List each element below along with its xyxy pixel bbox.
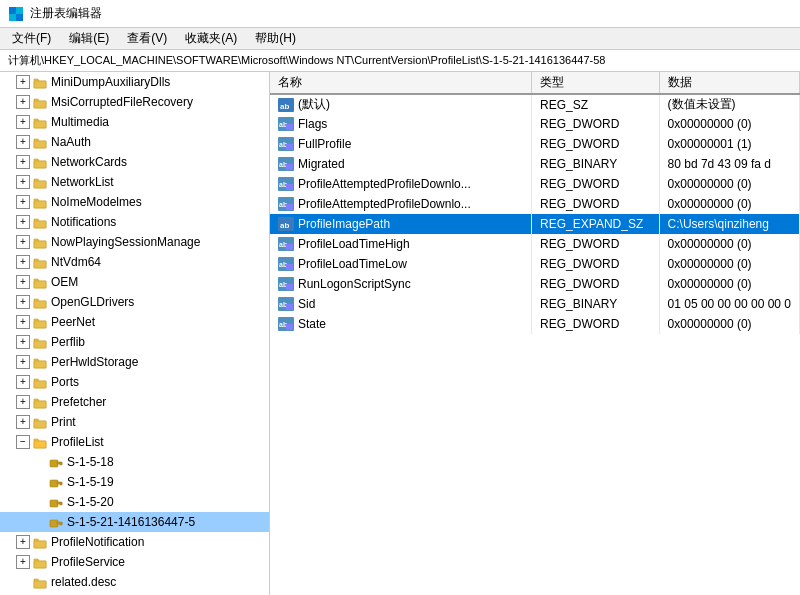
expand-btn[interactable]: + xyxy=(16,135,30,149)
registry-tree[interactable]: + MiniDumpAuxiliaryDlls+ MsiCorruptedFil… xyxy=(0,72,270,595)
tree-item-networkcards[interactable]: + NetworkCards xyxy=(0,152,269,172)
tree-item-label: S-1-5-18 xyxy=(67,455,114,469)
table-row[interactable]: ab ProfileLoadTimeLowREG_DWORD0x00000000… xyxy=(270,254,800,274)
svg-text:ab: ab xyxy=(279,181,287,188)
folder-icon xyxy=(32,295,48,309)
menu-help[interactable]: 帮助(H) xyxy=(247,28,304,49)
svg-rect-35 xyxy=(34,541,46,548)
svg-rect-36 xyxy=(34,561,46,568)
expand-btn[interactable]: + xyxy=(16,215,30,229)
tree-item-s152114[interactable]: S-1-5-21-1416136447-5 xyxy=(0,512,269,532)
expand-btn[interactable]: + xyxy=(16,295,30,309)
value-type: REG_BINARY xyxy=(532,154,659,174)
tree-item-label: Ports xyxy=(51,375,79,389)
menu-favorites[interactable]: 收藏夹(A) xyxy=(177,28,245,49)
tree-item-networklist[interactable]: + NetworkList xyxy=(0,172,269,192)
tree-item-s1520[interactable]: S-1-5-20 xyxy=(0,492,269,512)
tree-item-s1518[interactable]: S-1-5-18 xyxy=(0,452,269,472)
svg-rect-31 xyxy=(60,503,62,505)
svg-rect-11 xyxy=(34,221,46,228)
svg-text:ab: ab xyxy=(279,241,287,248)
menu-edit[interactable]: 编辑(E) xyxy=(61,28,117,49)
expand-btn[interactable]: + xyxy=(16,255,30,269)
expand-btn[interactable]: + xyxy=(16,535,30,549)
tree-item-nowplaying[interactable]: + NowPlayingSessionManage xyxy=(0,232,269,252)
expand-btn[interactable]: + xyxy=(16,115,30,129)
expand-btn[interactable]: + xyxy=(16,155,30,169)
expand-btn[interactable]: + xyxy=(16,415,30,429)
svg-text:ab: ab xyxy=(279,281,287,288)
expand-btn[interactable]: + xyxy=(16,75,30,89)
tree-item-label: NetworkList xyxy=(51,175,114,189)
tree-item-ntvdm64[interactable]: + NtVdm64 xyxy=(0,252,269,272)
tree-item-oem[interactable]: + OEM xyxy=(0,272,269,292)
tree-item-notifications[interactable]: + Notifications xyxy=(0,212,269,232)
folder-icon xyxy=(32,555,48,569)
tree-item-noimemodelmes[interactable]: + NoImeModelmes xyxy=(0,192,269,212)
tree-item-s1519[interactable]: S-1-5-19 xyxy=(0,472,269,492)
expand-btn[interactable]: + xyxy=(16,195,30,209)
expand-btn[interactable]: + xyxy=(16,315,30,329)
value-name-cell: ab ProfileLoadTimeLow xyxy=(270,254,532,274)
expand-btn[interactable]: + xyxy=(16,395,30,409)
tree-item-msicorrupted[interactable]: + MsiCorruptedFileRecovery xyxy=(0,92,269,112)
folder-icon xyxy=(32,195,48,209)
svg-rect-16 xyxy=(34,321,46,328)
svg-rect-28 xyxy=(60,483,62,485)
folder-icon xyxy=(32,335,48,349)
expand-btn[interactable]: + xyxy=(16,175,30,189)
tree-item-label: OpenGLDrivers xyxy=(51,295,134,309)
table-row[interactable]: ab ProfileAttemptedProfileDownlo...REG_D… xyxy=(270,174,800,194)
tree-item-peernet[interactable]: + PeerNet xyxy=(0,312,269,332)
tree-item-perflib[interactable]: + Perflib xyxy=(0,332,269,352)
tree-item-minidump[interactable]: + MiniDumpAuxiliaryDlls xyxy=(0,72,269,92)
table-row[interactable]: ab RunLogonScriptSyncREG_DWORD0x00000000… xyxy=(270,274,800,294)
value-data: 0x00000000 (0) xyxy=(659,114,799,134)
expand-btn[interactable]: + xyxy=(16,555,30,569)
table-row[interactable]: ab SidREG_BINARY01 05 00 00 00 00 00 0 xyxy=(270,294,800,314)
value-type: REG_DWORD xyxy=(532,314,659,334)
value-type: REG_SZ xyxy=(532,94,659,114)
menu-file[interactable]: 文件(F) xyxy=(4,28,59,49)
table-row[interactable]: ab ProfileImagePathREG_EXPAND_SZC:\Users… xyxy=(270,214,800,234)
folder-icon xyxy=(48,455,64,469)
value-type: REG_DWORD xyxy=(532,134,659,154)
tree-item-prefetcher[interactable]: + Prefetcher xyxy=(0,392,269,412)
table-row[interactable]: ab FullProfileREG_DWORD0x00000001 (1) xyxy=(270,134,800,154)
value-type: REG_EXPAND_SZ xyxy=(532,214,659,234)
tree-item-perhwld[interactable]: + PerHwldStorage xyxy=(0,352,269,372)
expand-btn[interactable]: + xyxy=(16,275,30,289)
table-row[interactable]: ab MigratedREG_BINARY80 bd 7d 43 09 fa d xyxy=(270,154,800,174)
regedit-icon xyxy=(8,6,24,22)
table-row[interactable]: ab FlagsREG_DWORD0x00000000 (0) xyxy=(270,114,800,134)
value-data: 0x00000000 (0) xyxy=(659,234,799,254)
value-data: (数值未设置) xyxy=(659,94,799,114)
tree-item-profileservice[interactable]: + ProfileService xyxy=(0,552,269,572)
svg-rect-6 xyxy=(34,121,46,128)
tree-item-profilenotif[interactable]: + ProfileNotification xyxy=(0,532,269,552)
tree-item-profilelist[interactable]: − ProfileList xyxy=(0,432,269,452)
tree-item-opengl[interactable]: + OpenGLDrivers xyxy=(0,292,269,312)
expand-btn[interactable]: + xyxy=(16,375,30,389)
svg-rect-21 xyxy=(34,421,46,428)
svg-text:ab: ab xyxy=(279,161,287,168)
tree-item-print[interactable]: + Print xyxy=(0,412,269,432)
tree-item-multimedia[interactable]: + Multimedia xyxy=(0,112,269,132)
table-row[interactable]: ab ProfileAttemptedProfileDownlo...REG_D… xyxy=(270,194,800,214)
folder-icon xyxy=(48,495,64,509)
table-row[interactable]: ab (默认)REG_SZ(数值未设置) xyxy=(270,94,800,114)
expand-btn[interactable]: + xyxy=(16,335,30,349)
table-row[interactable]: ab StateREG_DWORD0x00000000 (0) xyxy=(270,314,800,334)
collapse-btn[interactable]: − xyxy=(16,435,30,449)
expand-btn[interactable]: + xyxy=(16,355,30,369)
expand-btn[interactable]: + xyxy=(16,235,30,249)
svg-rect-20 xyxy=(34,401,46,408)
menu-view[interactable]: 查看(V) xyxy=(119,28,175,49)
tree-item-label: related.desc xyxy=(51,575,116,589)
tree-item-related[interactable]: related.desc xyxy=(0,572,269,592)
table-row[interactable]: ab ProfileLoadTimeHighREG_DWORD0x0000000… xyxy=(270,234,800,254)
expand-btn[interactable]: + xyxy=(16,95,30,109)
svg-rect-59 xyxy=(286,244,293,250)
tree-item-naauth[interactable]: + NaAuth xyxy=(0,132,269,152)
tree-item-ports[interactable]: + Ports xyxy=(0,372,269,392)
